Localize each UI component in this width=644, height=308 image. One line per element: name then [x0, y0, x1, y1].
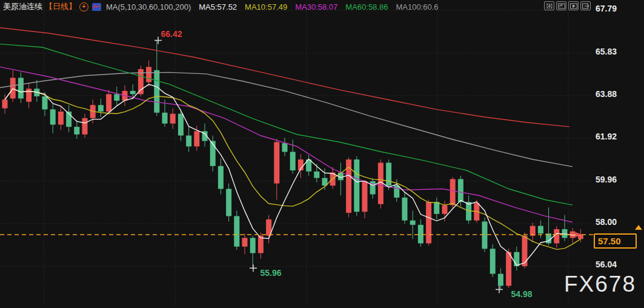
- price-axis-label: 56.04: [596, 259, 632, 269]
- period-label[interactable]: 【日线】: [45, 1, 76, 12]
- candle[interactable]: [434, 198, 439, 219]
- candle[interactable]: [50, 104, 56, 133]
- candle[interactable]: [546, 207, 551, 246]
- ma-readout-ma60: MA60:58.86: [345, 2, 388, 12]
- current-price-value: 57.50: [598, 236, 621, 246]
- candle[interactable]: [170, 109, 176, 129]
- candle[interactable]: [362, 180, 368, 218]
- chart-panel-play-icon[interactable]: [568, 1, 579, 10]
- price-axis-label: 58.00: [596, 217, 632, 227]
- candle[interactable]: [466, 195, 471, 224]
- candle[interactable]: [18, 72, 24, 102]
- candle[interactable]: [258, 232, 264, 258]
- chart-export-icon[interactable]: [580, 1, 591, 10]
- price-line-layer: [0, 232, 594, 237]
- chart-window: 66.4255.9654.98 美原油连续 【日线】 + MA(5,10,30,…: [0, 0, 644, 308]
- candle[interactable]: [202, 124, 208, 147]
- ma-readout-ma100: MA100:60.6: [396, 2, 438, 12]
- crosshair-icon[interactable]: [544, 1, 554, 10]
- watermark: FX678: [564, 272, 636, 297]
- candle[interactable]: [218, 158, 224, 194]
- candle[interactable]: [490, 244, 496, 277]
- candle[interactable]: [42, 92, 48, 116]
- candle[interactable]: [226, 184, 231, 222]
- candle[interactable]: [346, 157, 351, 217]
- candle[interactable]: [570, 228, 576, 243]
- price-axis-label: 59.96: [596, 175, 632, 184]
- candle[interactable]: [506, 249, 511, 288]
- grid-layer: [0, 0, 591, 308]
- ma-lines-layer: [0, 28, 580, 266]
- candle[interactable]: [74, 120, 79, 139]
- candle[interactable]: [426, 199, 431, 245]
- candle[interactable]: [146, 61, 151, 87]
- candle[interactable]: [266, 215, 271, 244]
- price-axis-label: 61.92: [596, 132, 632, 141]
- chart-panel-left-icon[interactable]: [556, 1, 566, 10]
- candle[interactable]: [554, 226, 559, 248]
- candle[interactable]: [58, 106, 64, 130]
- current-price-label: 57.50: [594, 233, 637, 249]
- low-price-annotation: 55.96: [260, 268, 281, 278]
- candle[interactable]: [282, 138, 288, 156]
- candle[interactable]: [154, 41, 159, 116]
- candle[interactable]: [114, 87, 119, 105]
- candle[interactable]: [418, 219, 423, 247]
- ma-value-readouts: MA5:57.52MA10:57.49MA30:58.07MA60:58.86M…: [191, 2, 438, 12]
- candle[interactable]: [562, 215, 568, 241]
- candle[interactable]: [530, 223, 536, 242]
- instrument-title: 美原油连续: [3, 1, 42, 12]
- mini-chart-icon[interactable]: [92, 3, 101, 11]
- ma-readout-ma30: MA30:58.07: [295, 2, 337, 12]
- ma-readout-ma10: MA10:57.49: [245, 2, 287, 12]
- candle[interactable]: [378, 159, 383, 209]
- candle[interactable]: [98, 98, 104, 117]
- candle[interactable]: [250, 236, 256, 269]
- ma-line-ma200: [0, 28, 569, 127]
- candle[interactable]: [538, 221, 543, 238]
- chart-toolbar: [544, 1, 591, 10]
- price-axis-label: 67.79: [596, 4, 632, 13]
- chart-header: 美原油连续 【日线】 + MA(5,10,30,60,100,200) MA5:…: [3, 1, 439, 12]
- candle[interactable]: [82, 114, 88, 138]
- high-price-annotation: 66.42: [161, 29, 182, 39]
- low-price-annotation: 54.98: [511, 289, 532, 299]
- candle[interactable]: [66, 105, 71, 132]
- candle[interactable]: [186, 127, 191, 152]
- candle[interactable]: [234, 210, 239, 250]
- price-up-triangle-icon: [635, 225, 642, 230]
- candle[interactable]: [354, 156, 359, 216]
- ma-readout-ma5: MA5:57.52: [199, 2, 237, 12]
- candle[interactable]: [514, 247, 519, 271]
- candle[interactable]: [274, 139, 279, 200]
- candle[interactable]: [338, 162, 344, 195]
- candlestick-chart[interactable]: 66.4255.9654.98: [0, 0, 644, 308]
- candle[interactable]: [402, 192, 408, 224]
- price-axis-label: 65.83: [596, 47, 632, 56]
- candle[interactable]: [330, 167, 336, 189]
- candle[interactable]: [34, 80, 39, 102]
- plus-circle-icon[interactable]: +: [79, 2, 88, 12]
- candle[interactable]: [26, 83, 32, 108]
- mini-chart-zigzag: [93, 4, 101, 10]
- ma-settings-label[interactable]: MA(5,10,30,60,100,200): [106, 2, 191, 12]
- candle[interactable]: [242, 233, 248, 254]
- price-axis-label: 63.88: [596, 89, 632, 99]
- candles-layer: [2, 41, 583, 290]
